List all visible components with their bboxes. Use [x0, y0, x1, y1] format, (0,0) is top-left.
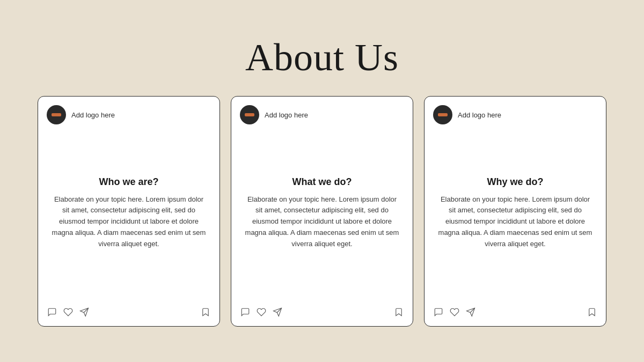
share-icon[interactable]: [465, 307, 476, 317]
card-description-3: Elaborate on your topic here. Lorem ipsu…: [437, 194, 593, 250]
logo-label-2: Add logo here: [265, 111, 308, 119]
card-heading-3: Why we do?: [487, 176, 544, 188]
card-why-we-do: Add logo here Why we do? Elaborate on yo…: [424, 96, 606, 327]
logo-placeholder-2: [240, 105, 259, 124]
footer-left-icons-2: [240, 307, 283, 317]
heart-icon[interactable]: [63, 307, 74, 317]
cards-container: Add logo here Who we are? Elaborate on y…: [27, 96, 617, 327]
card-heading-2: What we do?: [292, 176, 352, 188]
footer-left-icons-3: [433, 307, 476, 317]
share-icon[interactable]: [79, 307, 90, 317]
card-description-2: Elaborate on your topic here. Lorem ipsu…: [244, 194, 400, 250]
card-description-1: Elaborate on your topic here. Lorem ipsu…: [51, 194, 207, 250]
logo-placeholder-1: [47, 105, 66, 124]
logo-label-1: Add logo here: [71, 111, 115, 119]
logo-placeholder-3: [433, 105, 452, 124]
card-footer-1: [47, 301, 211, 317]
heart-icon[interactable]: [449, 307, 460, 317]
card-body-2: What we do? Elaborate on your topic here…: [240, 124, 404, 301]
card-footer-2: [240, 301, 404, 317]
card-heading-1: Who we are?: [99, 176, 158, 188]
share-icon[interactable]: [272, 307, 283, 317]
footer-left-icons-1: [47, 307, 90, 317]
card-header-1: Add logo here: [47, 105, 211, 124]
card-footer-3: [433, 301, 597, 317]
comment-icon[interactable]: [47, 307, 57, 317]
card-who-we-are: Add logo here Who we are? Elaborate on y…: [38, 96, 220, 327]
heart-icon[interactable]: [256, 307, 267, 317]
bookmark-icon[interactable]: [587, 307, 597, 317]
card-body-1: Who we are? Elaborate on your topic here…: [47, 124, 211, 301]
card-what-we-do: Add logo here What we do? Elaborate on y…: [231, 96, 413, 327]
logo-label-3: Add logo here: [458, 111, 501, 119]
bookmark-icon[interactable]: [200, 307, 211, 317]
page-title: About Us: [245, 35, 399, 80]
card-body-3: Why we do? Elaborate on your topic here.…: [433, 124, 597, 301]
card-header-3: Add logo here: [433, 105, 597, 124]
card-header-2: Add logo here: [240, 105, 404, 124]
comment-icon[interactable]: [433, 307, 444, 317]
comment-icon[interactable]: [240, 307, 251, 317]
bookmark-icon[interactable]: [393, 307, 404, 317]
